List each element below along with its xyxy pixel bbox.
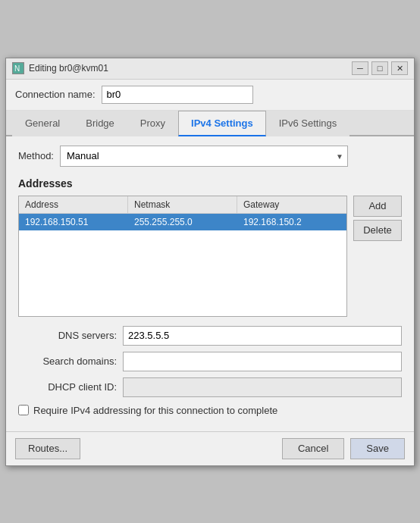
dns-servers-input[interactable]: [123, 326, 402, 346]
search-domains-label: Search domains:: [18, 355, 117, 367]
require-ipv4-checkbox[interactable]: [18, 405, 29, 415]
connection-name-row: Connection name:: [6, 80, 414, 111]
method-label: Method:: [18, 150, 54, 161]
method-select[interactable]: Manual Automatic (DHCP) Link-Local Only …: [60, 146, 348, 167]
column-gateway: Gateway: [237, 196, 346, 213]
table-row[interactable]: 192.168.150.51 255.255.255.0 192.168.150…: [19, 214, 346, 230]
minimize-button[interactable]: ─: [352, 61, 368, 75]
cell-gateway: 192.168.150.2: [237, 214, 346, 230]
window-title: Editing br0@kvm01: [29, 63, 352, 74]
addresses-section-title: Addresses: [18, 177, 402, 189]
column-address: Address: [19, 196, 128, 213]
search-domains-row: Search domains:: [18, 352, 402, 371]
require-ipv4-label: Require IPv4 addressing for this connect…: [33, 405, 277, 416]
titlebar-buttons: ─ □ ✕: [352, 61, 408, 75]
bottom-right-buttons: Cancel Save: [282, 438, 405, 459]
main-window: N Editing br0@kvm01 ─ □ ✕ Connection nam…: [5, 58, 415, 466]
addresses-buttons: Add Delete: [353, 196, 402, 317]
column-netmask: Netmask: [128, 196, 237, 213]
cancel-button[interactable]: Cancel: [282, 438, 344, 459]
method-row: Method: Manual Automatic (DHCP) Link-Loc…: [18, 146, 402, 167]
bottom-bar: Routes... Cancel Save: [6, 431, 414, 465]
tab-ipv4[interactable]: IPv4 Settings: [178, 111, 266, 136]
dhcp-client-id-input[interactable]: [123, 377, 402, 397]
tab-proxy[interactable]: Proxy: [127, 111, 178, 136]
add-button[interactable]: Add: [353, 196, 402, 217]
dns-servers-label: DNS servers:: [18, 330, 117, 341]
search-domains-input[interactable]: [123, 352, 402, 371]
cell-netmask: 255.255.255.0: [128, 214, 237, 230]
tab-general[interactable]: General: [12, 111, 73, 136]
save-button[interactable]: Save: [350, 438, 405, 459]
addresses-area: Address Netmask Gateway 192.168.150.51 2…: [18, 196, 402, 317]
svg-text:N: N: [14, 64, 20, 73]
addresses-table: Address Netmask Gateway 192.168.150.51 2…: [18, 196, 347, 317]
connection-name-label: Connection name:: [15, 89, 96, 100]
tab-content: Method: Manual Automatic (DHCP) Link-Loc…: [6, 136, 414, 431]
window-icon: N: [12, 62, 24, 74]
tab-bridge[interactable]: Bridge: [73, 111, 127, 136]
dns-servers-row: DNS servers:: [18, 326, 402, 346]
maximize-button[interactable]: □: [371, 61, 388, 75]
method-select-wrap: Manual Automatic (DHCP) Link-Local Only …: [60, 146, 348, 167]
delete-button[interactable]: Delete: [353, 220, 402, 241]
require-ipv4-row: Require IPv4 addressing for this connect…: [18, 405, 402, 416]
connection-name-input[interactable]: [102, 86, 253, 104]
close-button[interactable]: ✕: [391, 61, 408, 75]
dhcp-client-id-label: DHCP client ID:: [18, 381, 117, 393]
table-body: 192.168.150.51 255.255.255.0 192.168.150…: [19, 214, 346, 305]
tabs: General Bridge Proxy IPv4 Settings IPv6 …: [6, 111, 414, 136]
dhcp-client-id-row: DHCP client ID:: [18, 377, 402, 397]
table-header: Address Netmask Gateway: [19, 196, 346, 214]
routes-button[interactable]: Routes...: [15, 438, 80, 459]
cell-address: 192.168.150.51: [19, 214, 128, 230]
titlebar: N Editing br0@kvm01 ─ □ ✕: [6, 58, 414, 80]
tab-ipv6[interactable]: IPv6 Settings: [266, 111, 350, 136]
